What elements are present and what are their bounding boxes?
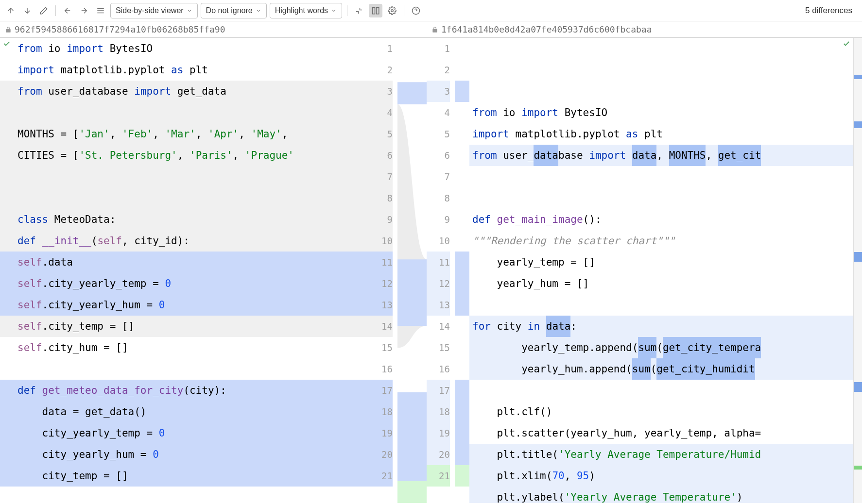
code-line[interactable]: self.city_yearly_hum = 0	[15, 294, 369, 316]
prev-diff-button[interactable]	[4, 4, 17, 17]
code-line[interactable]	[15, 358, 369, 380]
minimap[interactable]	[853, 38, 862, 503]
line-number: 3	[427, 81, 450, 102]
svg-rect-0	[372, 7, 375, 14]
ignore-mode-dropdown[interactable]: Do not ignore	[201, 3, 267, 18]
code-line[interactable]	[15, 166, 369, 187]
diff-panes: from io import BytesIOimport matplotlib.…	[0, 38, 862, 503]
line-number: 1	[369, 38, 393, 59]
sync-scroll-icon[interactable]	[369, 4, 382, 17]
line-number: 12	[427, 273, 450, 294]
right-pane: from io import BytesIOimport matplotlib.…	[455, 38, 862, 503]
code-line[interactable]	[15, 102, 369, 123]
code-line[interactable]: self.city_hum = []	[15, 337, 369, 358]
left-gutter	[0, 38, 15, 503]
line-number: 13	[427, 294, 450, 316]
code-line[interactable]: import matplotlib.pyplot as plt	[15, 59, 369, 81]
code-line[interactable]: CITIES = ['St. Petersburg', 'Paris', 'Pr…	[15, 145, 369, 166]
code-line[interactable]: MONTHS = ['Jan', 'Feb', 'Mar', 'Apr', 'M…	[15, 123, 369, 145]
line-number: 21	[369, 465, 393, 487]
code-line[interactable]: yearly_hum = []	[469, 273, 853, 294]
code-line[interactable]: def __init__(self, city_id):	[15, 230, 369, 252]
line-number: 19	[369, 422, 393, 444]
code-line[interactable]: plt.scatter(yearly_hum, yearly_temp, alp…	[469, 422, 853, 444]
code-line[interactable]: from user_database import data, MONTHS, …	[469, 145, 853, 166]
line-number: 7	[369, 166, 393, 187]
highlight-mode-label: Highlight words	[275, 6, 328, 15]
collapse-icon[interactable]	[352, 4, 366, 17]
code-line[interactable]	[469, 187, 853, 209]
code-line[interactable]: self.data	[15, 252, 369, 273]
separator	[55, 5, 56, 16]
code-line[interactable]	[469, 380, 853, 401]
code-line[interactable]: from user_database import get_data	[15, 81, 369, 102]
back-button[interactable]	[61, 4, 74, 17]
left-pane: from io import BytesIOimport matplotlib.…	[0, 38, 369, 503]
left-hash: 962f5945886616817f7294a10fb06268b85ffa90	[15, 24, 225, 34]
list-icon[interactable]	[94, 4, 107, 17]
code-line[interactable]: class MeteoData:	[15, 209, 369, 230]
code-line[interactable]: plt.ylabel('Yearly Average Temperature')	[469, 487, 853, 503]
code-line[interactable]: plt.title('Yearly Average Temperature/Hu…	[469, 444, 853, 465]
code-line[interactable]: data = get_data()	[15, 401, 369, 422]
code-line[interactable]: from io import BytesIO	[469, 102, 853, 123]
line-number: 11	[369, 252, 393, 273]
line-number: 3	[369, 81, 393, 102]
forward-button[interactable]	[77, 4, 91, 17]
code-line[interactable]: city_temp = []	[15, 465, 369, 487]
code-line[interactable]: yearly_hum.append(sum(get_city_humidit	[469, 358, 853, 380]
code-line[interactable]: for city in data:	[469, 316, 853, 337]
code-line[interactable]: self.city_temp = []	[15, 316, 369, 337]
settings-icon[interactable]	[385, 4, 399, 17]
line-number: 2	[369, 59, 393, 81]
line-number: 14	[427, 316, 450, 337]
code-line[interactable]: city_yearly_hum = 0	[15, 444, 369, 465]
code-line[interactable]	[469, 294, 853, 316]
svg-rect-1	[377, 7, 379, 14]
line-number: 19	[427, 422, 450, 444]
line-number: 16	[369, 358, 393, 380]
edit-icon[interactable]	[37, 4, 51, 17]
code-line[interactable]: plt.clf()	[469, 401, 853, 422]
code-line[interactable]: yearly_temp.append(sum(get_city_tempera	[469, 337, 853, 358]
line-number: 18	[427, 401, 450, 422]
line-number: 17	[369, 380, 393, 401]
right-hash: 1f641a814b0e8d42a07fe405937d6c600fbcabaa	[441, 24, 652, 34]
highlight-mode-dropdown[interactable]: Highlight words	[270, 3, 342, 18]
check-icon	[843, 40, 850, 48]
code-line[interactable]: import matplotlib.pyplot as plt	[469, 123, 853, 145]
separator	[347, 5, 347, 16]
help-icon[interactable]	[409, 4, 423, 17]
left-line-numbers: 123456789101112131415161718192021	[369, 38, 397, 503]
ignore-mode-label: Do not ignore	[206, 6, 253, 15]
line-number: 1	[427, 38, 450, 59]
code-line[interactable]: from io import BytesIO	[15, 38, 369, 59]
left-file-header: 962f5945886616817f7294a10fb06268b85ffa90	[0, 21, 427, 37]
line-number: 5	[427, 123, 450, 145]
viewer-mode-dropdown[interactable]: Side-by-side viewer	[110, 3, 198, 18]
line-number: 8	[427, 187, 450, 209]
code-line[interactable]	[469, 166, 853, 187]
diff-connector	[397, 38, 427, 503]
code-line[interactable]: self.city_yearly_temp = 0	[15, 273, 369, 294]
lock-icon	[5, 26, 12, 33]
right-code[interactable]: from io import BytesIOimport matplotlib.…	[469, 38, 853, 503]
line-number: 10	[369, 230, 393, 252]
line-number: 9	[427, 209, 450, 230]
line-number: 5	[369, 123, 393, 145]
code-line[interactable]: yearly_temp = []	[469, 252, 853, 273]
diff-toolbar: Side-by-side viewer Do not ignore Highli…	[0, 0, 862, 21]
code-line[interactable]: def get_main_image():	[469, 209, 853, 230]
line-number: 18	[369, 401, 393, 422]
code-line[interactable]	[15, 187, 369, 209]
chevron-down-icon	[256, 8, 261, 14]
code-line[interactable]: plt.xlim(70, 95)	[469, 465, 853, 487]
left-code[interactable]: from io import BytesIOimport matplotlib.…	[15, 38, 369, 503]
code-line[interactable]: def get_meteo_data_for_city(city):	[15, 380, 369, 401]
next-diff-button[interactable]	[20, 4, 34, 17]
line-number: 6	[427, 145, 450, 166]
code-line[interactable]: """Rendering the scatter chart"""	[469, 230, 853, 252]
code-line[interactable]: city_yearly_temp = 0	[15, 422, 369, 444]
right-gutter	[455, 38, 469, 503]
right-file-header: 1f641a814b0e8d42a07fe405937d6c600fbcabaa	[427, 21, 862, 37]
